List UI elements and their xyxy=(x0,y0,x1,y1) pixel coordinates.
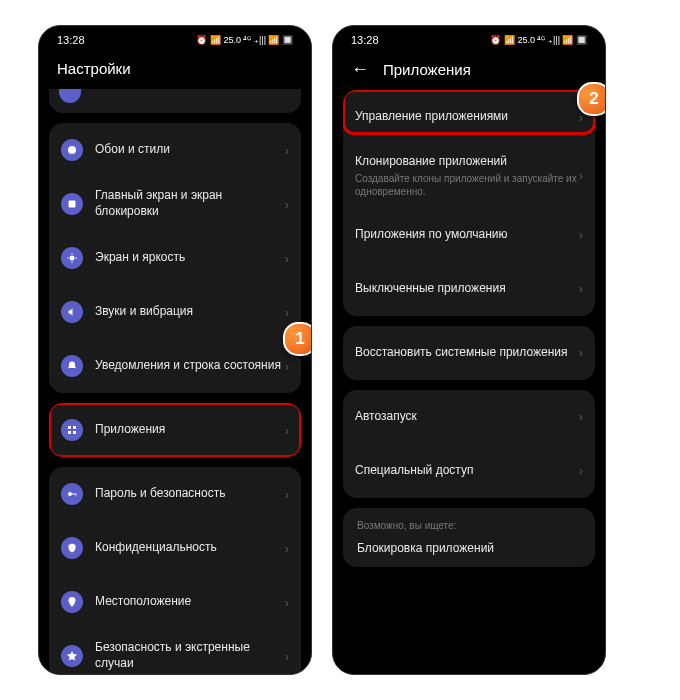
chevron-icon: › xyxy=(579,227,583,242)
apps-icon xyxy=(61,419,83,441)
phone-left: 13:28 ⏰ 📶 25.0 ⁴ᴳ ₊||| 📶 🔲 Настройки Обо… xyxy=(38,25,312,675)
page-title-left: Настройки xyxy=(39,50,311,89)
chevron-icon: › xyxy=(285,143,289,158)
svg-rect-3 xyxy=(68,426,71,429)
bell-icon xyxy=(61,355,83,377)
wallpaper-icon xyxy=(61,139,83,161)
chevron-icon: › xyxy=(579,345,583,360)
status-bar: 13:28 ⏰ 📶 25.0 ⁴ᴳ ₊||| 📶 🔲 xyxy=(333,26,605,50)
key-icon xyxy=(61,483,83,505)
shield-icon xyxy=(61,537,83,559)
chevron-icon: › xyxy=(285,595,289,610)
chevron-icon: › xyxy=(285,649,289,664)
page-title-right: Приложения xyxy=(383,61,471,78)
row-clone-apps[interactable]: Клонирование приложений Создавайте клоны… xyxy=(343,144,595,208)
svg-point-2 xyxy=(70,256,75,261)
step-badge-2: 2 xyxy=(577,82,606,116)
step-badge-1: 1 xyxy=(283,322,312,356)
row-default-apps[interactable]: Приложения по умолчанию › xyxy=(343,208,595,262)
svg-rect-6 xyxy=(73,431,76,434)
svg-rect-5 xyxy=(68,431,71,434)
partial-row-top xyxy=(49,89,301,113)
location-icon xyxy=(61,591,83,613)
chevron-icon: › xyxy=(285,251,289,266)
phone-right: 13:28 ⏰ 📶 25.0 ⁴ᴳ ₊||| 📶 🔲 ← Приложения … xyxy=(332,25,606,675)
row-notifications[interactable]: Уведомления и строка состояния › xyxy=(49,339,301,393)
status-icons: ⏰ 📶 25.0 ⁴ᴳ ₊||| 📶 🔲 xyxy=(490,35,587,45)
row-restore-apps[interactable]: Восстановить системные приложения › xyxy=(343,326,595,380)
row-homescreen[interactable]: Главный экран и экран блокировки › xyxy=(49,177,301,231)
row-sound[interactable]: Звуки и вибрация › xyxy=(49,285,301,339)
chevron-icon: › xyxy=(579,409,583,424)
emergency-icon xyxy=(61,645,83,667)
status-icons: ⏰ 📶 25.0 ⁴ᴳ ₊||| 📶 🔲 xyxy=(196,35,293,45)
chevron-icon: › xyxy=(285,487,289,502)
chevron-icon: › xyxy=(285,359,289,374)
header-right: ← Приложения xyxy=(333,50,605,90)
svg-point-7 xyxy=(68,492,72,496)
home-icon xyxy=(61,193,83,215)
status-time: 13:28 xyxy=(351,34,379,46)
svg-rect-4 xyxy=(73,426,76,429)
chevron-icon: › xyxy=(285,423,289,438)
chevron-icon: › xyxy=(579,168,583,183)
row-emergency[interactable]: Безопасность и экстренные случаи › xyxy=(49,629,301,675)
row-special-access[interactable]: Специальный доступ › xyxy=(343,444,595,498)
sound-icon xyxy=(61,301,83,323)
row-autostart[interactable]: Автозапуск › xyxy=(343,390,595,444)
chevron-icon: › xyxy=(285,541,289,556)
status-bar: 13:28 ⏰ 📶 25.0 ⁴ᴳ ₊||| 📶 🔲 xyxy=(39,26,311,50)
row-apps[interactable]: Приложения › xyxy=(49,403,301,457)
row-privacy[interactable]: Конфиденциальность › xyxy=(49,521,301,575)
row-disabled-apps[interactable]: Выключенные приложения › xyxy=(343,262,595,316)
row-wallpaper[interactable]: Обои и стили › xyxy=(49,123,301,177)
svg-rect-1 xyxy=(69,201,76,208)
row-manage-apps[interactable]: Управление приложениями › xyxy=(343,90,595,144)
chevron-icon: › xyxy=(579,463,583,478)
back-icon[interactable]: ← xyxy=(351,60,369,78)
chevron-icon: › xyxy=(285,305,289,320)
hint-title: Возможно, вы ищете: xyxy=(357,520,581,531)
status-time: 13:28 xyxy=(57,34,85,46)
row-security[interactable]: Пароль и безопасность › xyxy=(49,467,301,521)
chevron-icon: › xyxy=(285,197,289,212)
brightness-icon xyxy=(61,247,83,269)
hint-box: Возможно, вы ищете: Блокировка приложени… xyxy=(343,508,595,567)
hint-item[interactable]: Блокировка приложений xyxy=(357,541,581,555)
svg-point-0 xyxy=(68,146,76,154)
chevron-icon: › xyxy=(579,281,583,296)
row-display[interactable]: Экран и яркость › xyxy=(49,231,301,285)
row-location[interactable]: Местоположение › xyxy=(49,575,301,629)
